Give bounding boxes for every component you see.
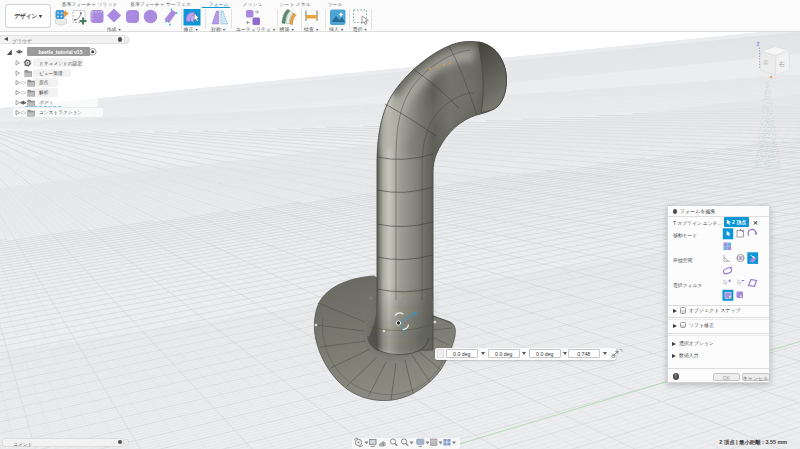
svg-text:右: 右 xyxy=(779,60,786,68)
svg-text:前: 前 xyxy=(764,59,769,65)
